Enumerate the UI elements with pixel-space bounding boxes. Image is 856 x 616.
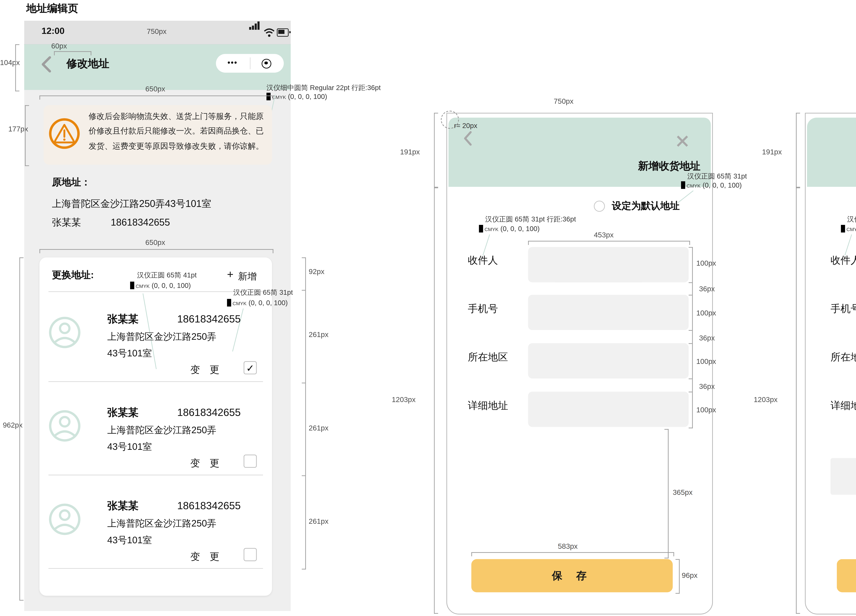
field-label-detail: 详细地址 bbox=[830, 399, 856, 413]
bracket-650px-top bbox=[39, 95, 273, 100]
miniapp-capsule: ••• bbox=[216, 54, 284, 72]
status-time: 12:00 bbox=[42, 26, 65, 36]
avatar bbox=[48, 410, 81, 445]
measure-100px: 100px bbox=[696, 309, 716, 317]
field-label-region: 所在地区 bbox=[468, 351, 508, 364]
measure-36px: 36px bbox=[699, 333, 715, 342]
tick bbox=[688, 330, 692, 331]
bracket-365px bbox=[664, 429, 668, 558]
measure-583px: 583px bbox=[558, 542, 577, 550]
contact-phone: 18618342655 bbox=[177, 499, 241, 512]
phone3-header bbox=[807, 118, 856, 187]
font-note-header1: 汉仪细中圆简 Regular 22pt 行距:36pt bbox=[266, 83, 380, 93]
back-icon[interactable] bbox=[40, 55, 52, 76]
wifi-icon bbox=[264, 28, 275, 40]
default-address-radio[interactable] bbox=[594, 201, 605, 212]
design-spec-canvas: 地址编辑页 12:00 750px 修改地址 ••• 60px 104px 汉仪… bbox=[0, 0, 856, 616]
capsule-divider bbox=[250, 57, 251, 69]
save-button[interactable]: 保 存 bbox=[837, 559, 856, 592]
measure-36px: 36px bbox=[699, 382, 715, 390]
phone-input[interactable] bbox=[528, 295, 689, 330]
bracket-962px bbox=[19, 257, 23, 601]
delete-button[interactable]: 删 除 bbox=[830, 458, 856, 495]
avatar bbox=[48, 503, 81, 538]
save-button[interactable]: 保 存 bbox=[471, 559, 673, 592]
measure-261px: 261px bbox=[309, 424, 328, 432]
contact-addr1: 上海普陀区金沙江路250弄 bbox=[107, 424, 216, 436]
bracket-1203px bbox=[434, 187, 438, 614]
measure-650px-top: 650px bbox=[145, 84, 165, 93]
bracket-right-rail-phone2 bbox=[688, 247, 693, 428]
tick bbox=[302, 383, 305, 383]
row-divider bbox=[48, 291, 263, 292]
bracket-583px bbox=[471, 552, 674, 556]
change-action-button[interactable]: 变 更 bbox=[190, 457, 223, 470]
contact-checkbox-checked[interactable]: ✓ bbox=[243, 361, 257, 374]
phone1-header-title: 修改地址 bbox=[66, 57, 109, 71]
row-divider bbox=[48, 568, 263, 569]
contact-addr1: 上海普陀区金沙江路250弄 bbox=[107, 518, 216, 530]
menu-dots-button[interactable]: ••• bbox=[216, 54, 249, 72]
bracket-right-rail-phone1 bbox=[302, 257, 306, 570]
contact-checkbox[interactable] bbox=[243, 455, 257, 468]
change-action-button[interactable]: 变 更 bbox=[190, 551, 223, 563]
bracket-96px bbox=[676, 559, 680, 594]
contact-name: 张某某 bbox=[107, 313, 139, 326]
bracket-104px bbox=[15, 45, 19, 91]
bracket-60px bbox=[54, 51, 91, 55]
font-note-31pt-line: 汉仪正圆 65简 31pt 行距:36pt bbox=[847, 215, 856, 224]
measure-96px: 96px bbox=[682, 571, 697, 579]
measure-100px: 100px bbox=[696, 406, 716, 414]
detail-address-input[interactable] bbox=[528, 392, 689, 427]
contact-addr2: 43号101室 bbox=[107, 534, 152, 547]
font-note-41pt: 汉仪正圆 65简 41pt bbox=[137, 270, 197, 280]
back-icon[interactable] bbox=[462, 130, 474, 149]
contact-name: 张某某 bbox=[107, 499, 139, 513]
measure-100px: 100px bbox=[696, 357, 716, 366]
warning-text: 修改后会影响物流失效、送货上门等服务，只能原价修改且付款后只能修改一次。若因商品… bbox=[89, 109, 266, 154]
font-note-31pt: 汉仪正圆 65简 31pt bbox=[233, 288, 293, 298]
tick bbox=[302, 290, 305, 290]
phone2-header bbox=[448, 118, 711, 187]
region-input[interactable] bbox=[528, 343, 689, 378]
contact-phone: 18618342655 bbox=[177, 313, 241, 324]
bracket-191px bbox=[796, 113, 800, 188]
field-label-phone: 手机号 bbox=[468, 303, 498, 316]
measure-100px: 100px bbox=[696, 259, 716, 267]
field-label-recipient: 收件人 bbox=[468, 254, 498, 267]
record-target-icon[interactable] bbox=[262, 58, 271, 68]
cmyk-note: CMYK (0, 0, 0, 100) bbox=[841, 225, 856, 232]
cmyk-note-31pt: CMYK (0, 0, 0, 100) bbox=[227, 299, 288, 306]
bracket-453px bbox=[528, 241, 690, 245]
close-icon[interactable] bbox=[676, 134, 690, 151]
row-divider bbox=[48, 475, 263, 475]
measure-365px: 365px bbox=[673, 488, 693, 496]
cmyk-note-header1: CMYK (0, 0, 0, 100) bbox=[266, 93, 327, 100]
field-label-recipient: 收件人 bbox=[830, 254, 856, 267]
row-divider bbox=[48, 381, 263, 382]
measure-191px: 191px bbox=[400, 147, 420, 156]
measure-36px: 36px bbox=[699, 284, 715, 293]
original-phone: 18618342655 bbox=[111, 217, 170, 227]
measure-191px: 191px bbox=[762, 147, 782, 156]
contact-addr2: 43号101室 bbox=[107, 347, 152, 360]
tick bbox=[688, 295, 692, 295]
measure-92px: 92px bbox=[309, 267, 325, 275]
change-address-label: 更换地址: bbox=[52, 269, 94, 282]
add-new-button[interactable]: 新增 bbox=[238, 270, 257, 283]
measure-750px-phone2: 750px bbox=[554, 97, 574, 105]
phone2-header-title: 新增收货地址 bbox=[609, 160, 701, 173]
bracket-650px-card bbox=[39, 249, 273, 253]
measure-750px-phone1: 750px bbox=[147, 27, 166, 35]
plus-icon[interactable]: + bbox=[227, 269, 234, 281]
measure-261px: 261px bbox=[309, 517, 328, 525]
bracket-177px bbox=[25, 105, 29, 166]
recipient-input[interactable] bbox=[528, 247, 689, 282]
contact-checkbox[interactable] bbox=[243, 548, 257, 561]
avatar bbox=[48, 316, 81, 352]
contact-addr2: 43号101室 bbox=[107, 441, 152, 453]
measure-650px-card: 650px bbox=[145, 238, 165, 246]
field-label-detail: 详细地址 bbox=[468, 399, 508, 413]
contact-phone: 18618342655 bbox=[177, 406, 241, 418]
change-action-button[interactable]: 变 更 bbox=[190, 364, 223, 376]
